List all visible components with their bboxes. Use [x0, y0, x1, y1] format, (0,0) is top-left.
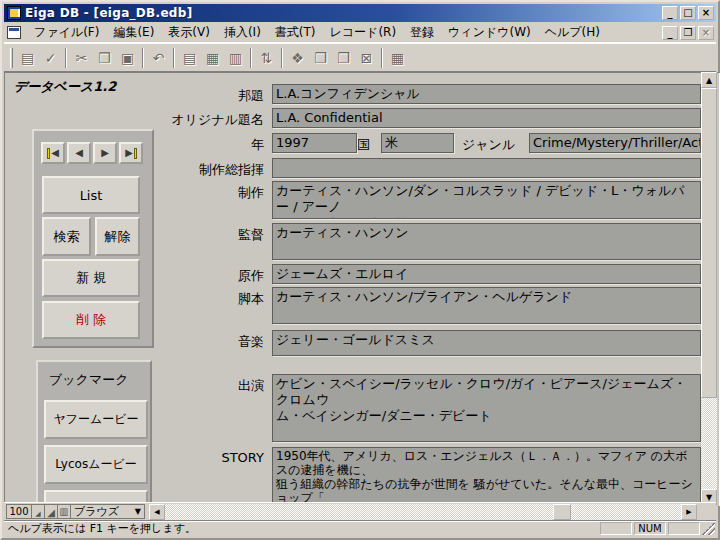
- bookmark-panel: ブックマーク ヤフームービー Lycosムービー シネスケープ: [36, 360, 152, 506]
- navigation-panel: ◀ ◀ ▶ ▶ List 検索 解除 新 規 削 除: [32, 129, 154, 348]
- minimize-button[interactable]: _: [662, 6, 678, 20]
- document-icon[interactable]: [7, 26, 21, 39]
- menu-format[interactable]: 書式(T): [268, 22, 323, 44]
- status-message: ヘルプ表示には F1 キーを押します。: [4, 520, 600, 537]
- spellcheck-icon[interactable]: ✓: [39, 47, 62, 69]
- field-label-producer: 制作: [144, 184, 264, 202]
- window-title: Eiga DB - [eiga_DB.edb]: [25, 6, 662, 20]
- field-label-year: 年: [144, 136, 264, 154]
- field-label-director: 監督: [144, 226, 264, 244]
- search-button[interactable]: 検索: [42, 217, 91, 256]
- mdi-minimize-button[interactable]: _: [662, 26, 678, 40]
- field-label-title-jp: 邦題: [144, 87, 264, 105]
- mdi-restore-button[interactable]: ❐: [680, 26, 696, 40]
- next-record-button[interactable]: ▶: [93, 142, 117, 164]
- exec-producer-field[interactable]: [272, 158, 701, 178]
- delete-record-icon[interactable]: ▥: [224, 47, 247, 69]
- print-icon[interactable]: ▤: [16, 47, 39, 69]
- status-pane-extra: [668, 522, 700, 535]
- last-record-bar-icon: [134, 148, 137, 159]
- director-field[interactable]: カーティス・ハンソン: [272, 223, 701, 260]
- resize-grip[interactable]: [702, 522, 715, 535]
- title-orig-field[interactable]: L.A. Confidential: [272, 108, 701, 128]
- paste-icon[interactable]: ▣: [116, 47, 139, 69]
- menu-window[interactable]: ウィンドウ(W): [441, 22, 538, 44]
- close-button[interactable]: ×: [698, 6, 714, 20]
- horizontal-scrollbar-thumb[interactable]: [553, 504, 571, 520]
- mode-bar: 100 ◢ ◢ ▥ ブラウズ ▼ ◀ ▶: [4, 502, 716, 520]
- field-label-country: 国: [357, 136, 370, 154]
- bookmark-lycos-movie-button[interactable]: Lycosムービー: [44, 445, 148, 484]
- field-label-music: 音楽: [144, 333, 264, 351]
- num-lock-indicator: NUM: [634, 522, 666, 535]
- menu-record[interactable]: レコード(R): [323, 22, 404, 44]
- application-window: Eiga DB - [eiga_DB.edb] _ □ × ファイル(F) 編集…: [0, 0, 720, 540]
- cut-icon[interactable]: ✂: [70, 47, 93, 69]
- menu-file[interactable]: ファイル(F): [27, 22, 106, 44]
- music-field[interactable]: ジェリー・ゴールドスミス: [272, 330, 701, 356]
- vertical-scrollbar[interactable]: ▲ ▼: [701, 72, 717, 505]
- omit-multiple-icon[interactable]: ❒: [332, 47, 355, 69]
- duplicate-record-icon[interactable]: ▦: [201, 47, 224, 69]
- layout-grid-icon[interactable]: ▦: [386, 47, 409, 69]
- record-view: データベース1.2 ◀ ◀ ▶ ▶ List 検索: [4, 72, 720, 506]
- show-all-icon[interactable]: ⊠: [355, 47, 378, 69]
- omit-record-icon[interactable]: ❒: [309, 47, 332, 69]
- story-field[interactable]: 1950年代、アメリカ、ロス・エンジェルス（Ｌ．Ａ．）。マフィア の大ボスの逮捕…: [272, 447, 701, 506]
- toolbar-grip[interactable]: [10, 48, 13, 68]
- database-version-label: データベース1.2: [14, 78, 116, 96]
- new-record-button[interactable]: 新 規: [42, 259, 140, 297]
- producer-field[interactable]: カーティス・ハンソン/ダン・コルスラッド / デビッド・L・ウォルパー / アー…: [272, 181, 701, 219]
- bookmark-label: ブックマーク: [49, 371, 129, 389]
- scroll-up-icon[interactable]: ▲: [701, 72, 717, 88]
- last-record-button[interactable]: ▶: [119, 142, 143, 164]
- scroll-left-icon[interactable]: ◀: [149, 504, 165, 520]
- undo-icon[interactable]: ↶: [147, 47, 170, 69]
- year-field[interactable]: 1997: [272, 133, 357, 153]
- zoom-in-icon[interactable]: ◢: [45, 504, 58, 519]
- first-record-button[interactable]: ◀: [41, 142, 65, 164]
- scroll-right-icon[interactable]: ▶: [681, 504, 697, 520]
- field-label-screenplay: 脚本: [144, 290, 264, 308]
- field-label-original: 原作: [144, 267, 264, 285]
- genre-field[interactable]: Crime/Mystery/Thriller/Acti: [529, 133, 701, 153]
- status-area-toggle-icon[interactable]: ▥: [58, 504, 71, 519]
- next-arrow-icon: ▶: [125, 148, 133, 158]
- menu-view[interactable]: 表示(V): [161, 22, 217, 44]
- original-story-field[interactable]: ジェームズ・エルロイ: [272, 264, 701, 284]
- app-icon: [7, 6, 21, 20]
- status-pane-extra: [600, 522, 632, 535]
- horizontal-scrollbar[interactable]: ◀ ▶: [149, 504, 697, 520]
- menu-register[interactable]: 登録: [403, 22, 441, 44]
- sort-icon[interactable]: ⇅: [255, 47, 278, 69]
- mode-label: ブラウズ: [74, 504, 119, 519]
- mdi-close-button[interactable]: ×: [698, 26, 714, 40]
- new-record-icon[interactable]: ▤: [178, 47, 201, 69]
- field-label-genre: ジャンル: [462, 136, 515, 154]
- toolbar: ▤ ✓ ✂ ❐ ▣ ↶ ▤ ▦ ▥ ⇅ ❖ ❒ ❒ ⊠ ▦: [4, 43, 716, 72]
- country-field[interactable]: 米: [381, 133, 454, 153]
- maximize-button[interactable]: □: [680, 6, 696, 20]
- list-button[interactable]: List: [42, 176, 140, 214]
- screenplay-field[interactable]: カーティス・ハンソン/ブライアン・ヘルゲランド: [272, 287, 701, 324]
- bookmark-yahoo-movie-button[interactable]: ヤフームービー: [44, 400, 148, 439]
- delete-record-button[interactable]: 削 除: [42, 301, 140, 339]
- cast-field[interactable]: ケビン・スペイシー/ラッセル・クロウ/ガイ・ピアース/ジェームズ・クロムウ ム・…: [272, 374, 701, 442]
- zoom-out-icon[interactable]: ◢: [32, 504, 45, 519]
- title-jp-field[interactable]: L.A.コンフィデンシャル: [272, 84, 701, 104]
- menu-insert[interactable]: 挿入(I): [217, 22, 268, 44]
- find-icon[interactable]: ❖: [286, 47, 309, 69]
- zoom-level-button[interactable]: 100: [6, 504, 32, 519]
- field-label-title-orig: オリジナル題名: [144, 111, 264, 129]
- field-label-cast: 出演: [144, 377, 264, 395]
- status-bar: ヘルプ表示には F1 キーを押します。 NUM: [4, 520, 716, 536]
- menu-edit[interactable]: 編集(E): [106, 22, 161, 44]
- menu-help[interactable]: ヘルプ(H): [538, 22, 607, 44]
- mode-dropdown[interactable]: ブラウズ ▼: [71, 504, 145, 519]
- copy-icon[interactable]: ❐: [93, 47, 116, 69]
- first-record-bar-icon: [47, 148, 50, 159]
- dropdown-arrow-icon: ▼: [135, 507, 141, 516]
- clear-search-button[interactable]: 解除: [95, 217, 140, 256]
- vertical-scrollbar-thumb[interactable]: [701, 88, 717, 398]
- previous-record-button[interactable]: ◀: [67, 142, 91, 164]
